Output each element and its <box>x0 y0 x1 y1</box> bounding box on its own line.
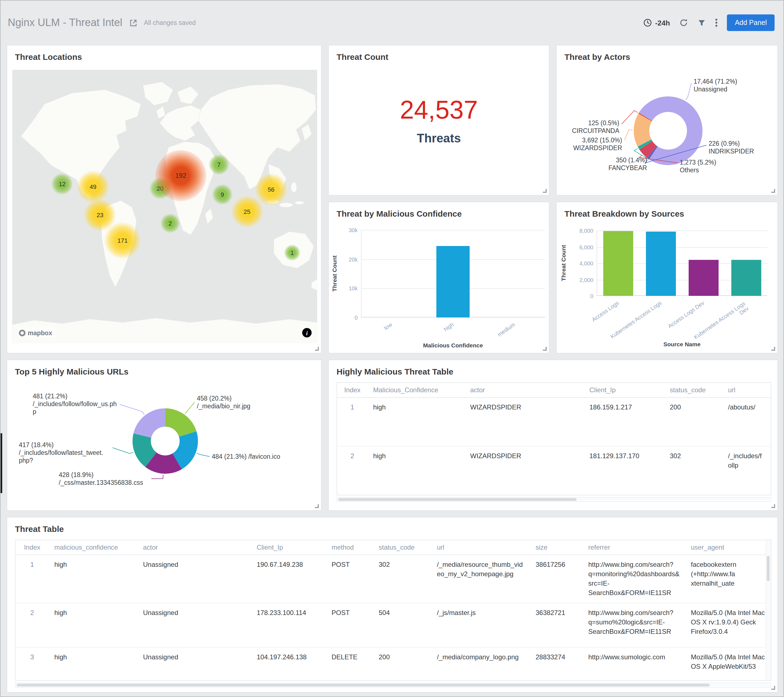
gridline <box>596 230 768 231</box>
cell-Index: 3 <box>15 648 49 681</box>
map-bubble-25[interactable]: 25 <box>231 196 263 228</box>
urls-donut <box>7 360 321 511</box>
y-tick-label: 2,000 <box>568 277 593 283</box>
tt-table: Indexmalicious_confidenceactorClient_Ipm… <box>15 540 771 681</box>
scroll-thumb[interactable] <box>767 556 769 581</box>
resize-handle[interactable] <box>771 504 775 508</box>
table-row[interactable]: 1highUnassigned190.67.149.238POST302/_me… <box>15 555 771 603</box>
resize-handle[interactable] <box>771 347 775 351</box>
table-row[interactable]: 3highUnassigned104.197.246.138DELETE200/… <box>15 648 771 681</box>
cell-status_code: 504 <box>373 603 432 648</box>
map-info-button[interactable]: i <box>302 328 311 337</box>
mapbox-logo[interactable]: mapbox <box>16 327 57 339</box>
col-header-Client_Ip[interactable]: Client_Ip <box>584 383 664 398</box>
cell-status_code: 302 <box>664 446 723 495</box>
resize-handle[interactable] <box>315 504 319 508</box>
col-header-Malicious_Confidence[interactable]: Malicious_Confidence <box>367 383 464 398</box>
map-bubble-2[interactable]: 2 <box>160 213 180 233</box>
cell-referrer: http://www.bing.com/search?q=sumo%20logi… <box>583 603 685 648</box>
urls-donut-chart: 458 (20.2%)/_media/bio_nir.jpg484 (21.3%… <box>7 360 321 510</box>
threat-count-label: Threats <box>417 132 461 146</box>
col-header-user_agent[interactable]: user_agent <box>685 540 771 555</box>
bar-high[interactable] <box>436 246 469 317</box>
scroll-thumb[interactable] <box>338 498 576 501</box>
resize-handle[interactable] <box>543 347 547 351</box>
cell-Client_Ip: 181.129.137.170 <box>584 446 664 495</box>
scroll-thumb[interactable] <box>16 684 710 687</box>
resize-handle[interactable] <box>543 189 547 193</box>
map-bubble-1[interactable]: 1 <box>284 245 300 261</box>
map-bubble-layer: 1249231712019227925561 <box>12 70 317 343</box>
map-bubble-7[interactable]: 7 <box>209 154 229 175</box>
col-header-url[interactable]: url <box>432 540 530 555</box>
col-header-method[interactable]: method <box>326 540 373 555</box>
cell-Index: 1 <box>15 555 49 603</box>
cell-malicious_confidence: high <box>49 648 137 681</box>
bar-Access Logs[interactable] <box>603 231 633 296</box>
map-bubble-171[interactable]: 171 <box>104 222 141 259</box>
gridline <box>361 230 545 230</box>
table-row[interactable]: 2highWIZARDSPIDER181.129.137.170302/_inc… <box>337 446 771 495</box>
cell-user_agent: facebookextern (+http://www.fa xternalhi… <box>685 555 771 603</box>
cell-method: POST <box>326 603 373 648</box>
cell-url: /aboutus/ <box>723 398 771 446</box>
pie-label-Others: 1,273 (5.2%)Others <box>680 158 763 174</box>
map-bubble-56[interactable]: 56 <box>255 173 287 205</box>
cell-size: 36382721 <box>530 603 583 648</box>
col-header-actor[interactable]: actor <box>137 540 251 555</box>
filter-icon[interactable] <box>698 18 706 27</box>
add-panel-button[interactable]: Add Panel <box>727 15 774 31</box>
col-header-Index[interactable]: Index <box>15 540 49 555</box>
col-header-size[interactable]: size <box>530 540 583 555</box>
pie-slice-/_includes/follow/follow_us.php[interactable] <box>133 408 165 438</box>
map-bubble-49[interactable]: 49 <box>77 171 109 203</box>
pie-leader-line <box>112 448 133 454</box>
pie-label-/_includes/follow/latest_tweet.php?: 417 (18.4%)/_includes/follow/latest_twee… <box>19 441 105 464</box>
pie-slice-/_media/bio_nir.jpg[interactable] <box>165 408 196 437</box>
time-range-control[interactable]: -24h <box>643 18 670 27</box>
y-tick-label: 0 <box>568 293 593 299</box>
map-bubble-9[interactable]: 9 <box>212 184 233 205</box>
col-header-malicious_confidence[interactable]: malicious_confidence <box>49 540 137 555</box>
col-header-url[interactable]: url <box>723 383 771 398</box>
bar-Kubernetes Access Logs Dev[interactable] <box>731 260 761 296</box>
h-scrollbar[interactable] <box>336 497 771 502</box>
table-row[interactable]: 2highUnassigned178.233.100.114POST504/_j… <box>15 603 771 648</box>
refresh-icon[interactable] <box>680 18 688 27</box>
pie-label-/_media/bio_nir.jpg: 458 (20.2%)/_media/bio_nir.jpg <box>197 395 283 410</box>
y-tick-label: 6,000 <box>568 244 593 250</box>
share-icon[interactable] <box>128 18 138 28</box>
threat-count-value: 24,537 <box>400 95 478 125</box>
cell-referrer: http://www.bing.com/search?q=monitoring%… <box>583 555 685 603</box>
panel-grid: Threat Locations <box>0 45 784 692</box>
cell-Malicious_Confidence: high <box>367 446 464 495</box>
cell-status_code: 302 <box>373 555 432 603</box>
map-canvas[interactable]: 1249231712019227925561 mapbox i <box>12 70 317 343</box>
v-scrollbar[interactable] <box>766 540 771 681</box>
cell-Client_Ip: 190.67.149.238 <box>251 555 326 603</box>
bar-Kubernetes Access Logs[interactable] <box>646 232 675 296</box>
cell-malicious_confidence: high <box>49 603 137 648</box>
bar-Access Logs Dev[interactable] <box>688 260 718 296</box>
panel-top-malicious-urls: Top 5 Highly Malicious URLs 458 (20.2%)/… <box>7 360 321 511</box>
col-header-Client_Ip[interactable]: Client_Ip <box>251 540 326 555</box>
col-header-status_code[interactable]: status_code <box>373 540 432 555</box>
cell-Client_Ip: 178.233.100.114 <box>251 603 326 648</box>
map-bubble-192[interactable]: 192 <box>155 150 206 201</box>
panel-drag-indicator[interactable] <box>0 433 2 493</box>
col-header-actor[interactable]: actor <box>464 383 584 398</box>
more-menu-icon[interactable] <box>715 18 718 27</box>
time-range-label: -24h <box>655 18 670 27</box>
resize-handle[interactable] <box>771 189 775 193</box>
col-header-referrer[interactable]: referrer <box>583 540 685 555</box>
col-header-Index[interactable]: Index <box>337 383 367 398</box>
pie-label-WIZARDSPIDER: 3,692 (15.0%)WIZARDSPIDER <box>556 136 622 152</box>
pie-leader-line <box>197 453 209 457</box>
pie-leader-line <box>686 83 692 100</box>
h-scrollbar[interactable] <box>15 682 771 687</box>
map-bubble-12[interactable]: 12 <box>51 173 73 195</box>
col-header-status_code[interactable]: status_code <box>664 383 723 398</box>
resize-handle[interactable] <box>315 347 319 351</box>
resize-handle[interactable] <box>771 686 775 690</box>
table-row[interactable]: 1highWIZARDSPIDER186.159.1.217200/aboutu… <box>337 398 771 446</box>
